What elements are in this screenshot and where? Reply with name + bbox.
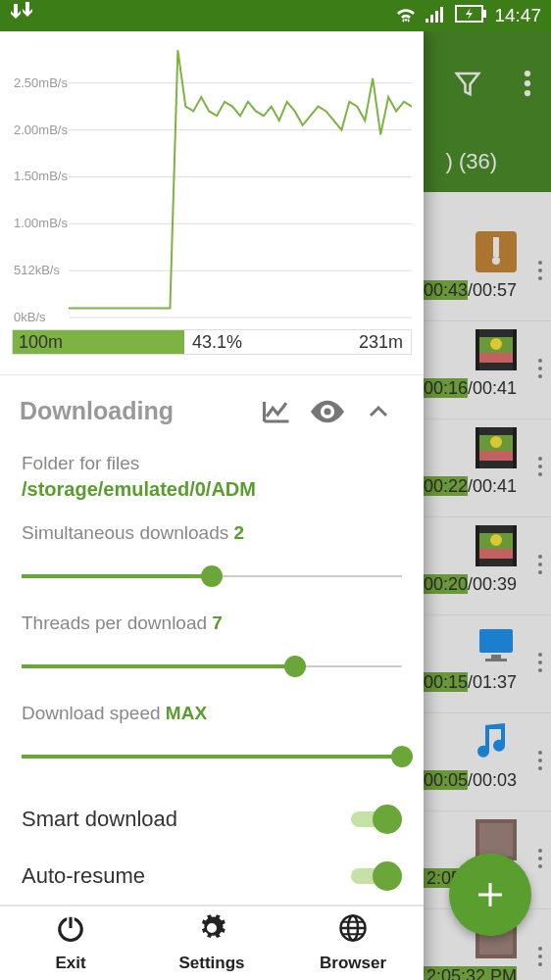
speed-chart: 2.50mB/s2.00mB/s1.50mB/s1.00mB/s512kB/s0… <box>0 31 424 323</box>
svg-text:2.00mB/s: 2.00mB/s <box>14 122 68 137</box>
bottom-nav: Exit Settings Browser <box>0 906 424 980</box>
svg-rect-0 <box>426 19 428 23</box>
download-indicator-icon <box>10 2 37 29</box>
simultaneous-slider[interactable] <box>22 562 402 591</box>
status-time: 14:47 <box>494 5 541 26</box>
smart-download-toggle[interactable] <box>351 805 402 834</box>
progress-bar: 100m 43.1% 231m <box>12 329 412 355</box>
auto-resume-label: Auto-resume <box>22 863 351 889</box>
progress-total: 231m <box>359 332 403 353</box>
globe-icon <box>338 913 368 948</box>
svg-rect-5 <box>483 10 486 18</box>
speed-slider[interactable] <box>22 742 402 771</box>
battery-charging-icon <box>455 5 486 27</box>
svg-point-77 <box>208 924 216 932</box>
folder-path[interactable]: /storage/emulated/0/ADM <box>22 478 402 501</box>
settings-drawer: 2.50mB/s2.00mB/s1.50mB/s1.00mB/s512kB/s0… <box>0 31 424 980</box>
progress-percent: 43.1% <box>192 332 242 353</box>
svg-text:0kB/s: 0kB/s <box>14 310 46 323</box>
smart-download-label: Smart download <box>22 807 351 832</box>
svg-text:2.50mB/s: 2.50mB/s <box>14 75 68 90</box>
svg-text:512kB/s: 512kB/s <box>14 263 60 277</box>
visibility-icon[interactable] <box>302 399 353 424</box>
status-bar: 14:47 <box>0 0 551 31</box>
add-button[interactable] <box>449 854 531 936</box>
svg-rect-1 <box>430 15 433 23</box>
signal-icon <box>426 5 447 27</box>
browser-button[interactable]: Browser <box>282 906 424 980</box>
gear-icon <box>197 913 226 948</box>
folder-label: Folder for files <box>22 453 402 474</box>
exit-button[interactable]: Exit <box>0 906 141 980</box>
speed-label: Download speed MAX <box>22 703 402 724</box>
svg-text:1.00mB/s: 1.00mB/s <box>14 216 68 230</box>
progress-done: 100m <box>19 332 63 353</box>
wifi-icon <box>394 4 418 28</box>
threads-label: Threads per download 7 <box>22 612 402 634</box>
threads-slider[interactable] <box>22 652 402 681</box>
simultaneous-label: Simultaneous downloads 2 <box>22 522 402 544</box>
chart-toggle-icon[interactable] <box>251 399 302 424</box>
svg-point-73 <box>324 408 330 415</box>
section-title: Downloading <box>20 397 251 425</box>
settings-button[interactable]: Settings <box>141 906 282 980</box>
svg-text:1.50mB/s: 1.50mB/s <box>14 169 68 183</box>
svg-rect-2 <box>435 11 438 23</box>
power-icon <box>56 913 85 948</box>
svg-rect-3 <box>440 7 443 23</box>
collapse-icon[interactable] <box>353 404 404 419</box>
auto-resume-toggle[interactable] <box>351 861 402 891</box>
